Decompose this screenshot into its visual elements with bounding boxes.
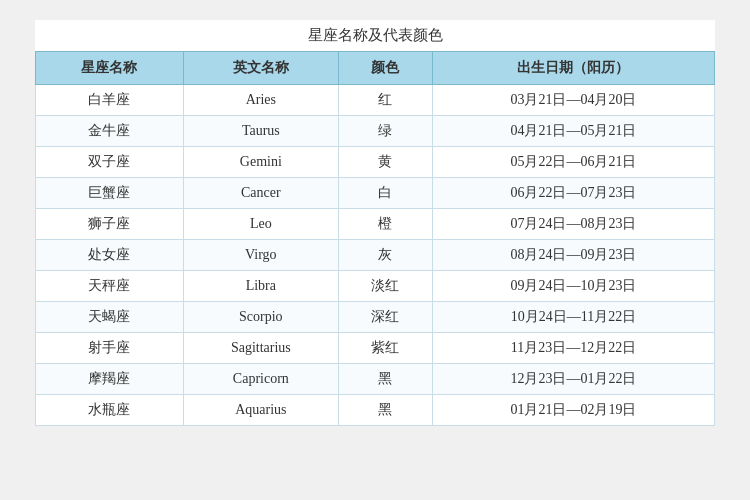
table-row: 白羊座Aries红03月21日—04月20日: [36, 85, 715, 116]
cell-english: Virgo: [183, 240, 338, 271]
zodiac-table: 星座名称 英文名称 颜色 出生日期（阳历） 白羊座Aries红03月21日—04…: [35, 51, 715, 426]
table-row: 天蝎座Scorpio深红10月24日—11月22日: [36, 302, 715, 333]
cell-chinese: 白羊座: [36, 85, 184, 116]
cell-chinese: 巨蟹座: [36, 178, 184, 209]
cell-date: 06月22日—07月23日: [432, 178, 714, 209]
table-row: 双子座Gemini黄05月22日—06月21日: [36, 147, 715, 178]
cell-date: 09月24日—10月23日: [432, 271, 714, 302]
cell-chinese: 双子座: [36, 147, 184, 178]
cell-color: 白: [338, 178, 432, 209]
main-container: 星座名称及代表颜色 星座名称 英文名称 颜色 出生日期（阳历） 白羊座Aries…: [35, 20, 715, 426]
cell-date: 10月24日—11月22日: [432, 302, 714, 333]
cell-color: 灰: [338, 240, 432, 271]
cell-date: 08月24日—09月23日: [432, 240, 714, 271]
cell-english: Libra: [183, 271, 338, 302]
cell-english: Aquarius: [183, 395, 338, 426]
table-row: 射手座Sagittarius紫红11月23日—12月22日: [36, 333, 715, 364]
cell-color: 紫红: [338, 333, 432, 364]
page-title: 星座名称及代表颜色: [35, 20, 715, 51]
cell-english: Sagittarius: [183, 333, 338, 364]
table-row: 处女座Virgo灰08月24日—09月23日: [36, 240, 715, 271]
table-row: 摩羯座Capricorn黑12月23日—01月22日: [36, 364, 715, 395]
cell-chinese: 天蝎座: [36, 302, 184, 333]
cell-chinese: 摩羯座: [36, 364, 184, 395]
cell-english: Taurus: [183, 116, 338, 147]
cell-chinese: 天秤座: [36, 271, 184, 302]
cell-chinese: 狮子座: [36, 209, 184, 240]
cell-date: 05月22日—06月21日: [432, 147, 714, 178]
table-row: 巨蟹座Cancer白06月22日—07月23日: [36, 178, 715, 209]
cell-date: 01月21日—02月19日: [432, 395, 714, 426]
cell-english: Scorpio: [183, 302, 338, 333]
cell-english: Cancer: [183, 178, 338, 209]
cell-english: Capricorn: [183, 364, 338, 395]
cell-date: 03月21日—04月20日: [432, 85, 714, 116]
cell-color: 黄: [338, 147, 432, 178]
cell-english: Gemini: [183, 147, 338, 178]
table-header-row: 星座名称 英文名称 颜色 出生日期（阳历）: [36, 52, 715, 85]
cell-english: Leo: [183, 209, 338, 240]
cell-color: 淡红: [338, 271, 432, 302]
cell-date: 11月23日—12月22日: [432, 333, 714, 364]
cell-english: Aries: [183, 85, 338, 116]
cell-date: 12月23日—01月22日: [432, 364, 714, 395]
table-row: 水瓶座Aquarius黑01月21日—02月19日: [36, 395, 715, 426]
table-row: 狮子座Leo橙07月24日—08月23日: [36, 209, 715, 240]
cell-chinese: 水瓶座: [36, 395, 184, 426]
cell-color: 红: [338, 85, 432, 116]
cell-chinese: 处女座: [36, 240, 184, 271]
table-row: 天秤座Libra淡红09月24日—10月23日: [36, 271, 715, 302]
cell-chinese: 射手座: [36, 333, 184, 364]
cell-color: 黑: [338, 395, 432, 426]
header-date: 出生日期（阳历）: [432, 52, 714, 85]
header-english: 英文名称: [183, 52, 338, 85]
cell-color: 黑: [338, 364, 432, 395]
cell-date: 04月21日—05月21日: [432, 116, 714, 147]
table-row: 金牛座Taurus绿04月21日—05月21日: [36, 116, 715, 147]
header-chinese: 星座名称: [36, 52, 184, 85]
cell-chinese: 金牛座: [36, 116, 184, 147]
header-color: 颜色: [338, 52, 432, 85]
cell-color: 深红: [338, 302, 432, 333]
cell-color: 橙: [338, 209, 432, 240]
cell-date: 07月24日—08月23日: [432, 209, 714, 240]
cell-color: 绿: [338, 116, 432, 147]
